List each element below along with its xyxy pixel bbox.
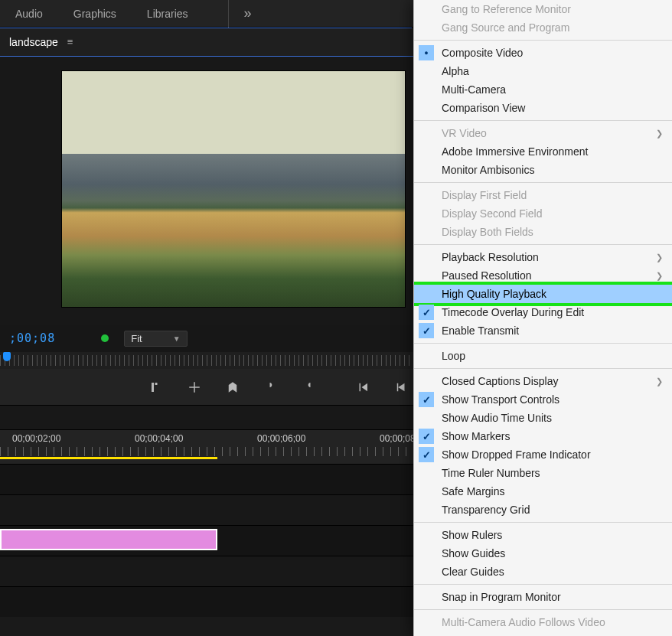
menu-item-loop[interactable]: Loop <box>414 347 672 365</box>
menu-item-transparency-grid[interactable]: Transparency Grid <box>414 501 672 519</box>
menu-item-label: Multi-Camera <box>442 83 506 96</box>
svg-rect-1 <box>155 383 158 385</box>
chevron-down-icon: ▼ <box>173 334 181 343</box>
add-marker-button[interactable] <box>148 379 165 396</box>
menu-item-paused-resolution[interactable]: Paused Resolution❯ <box>414 266 672 285</box>
menu-item-label: High Quality Playback <box>442 288 546 300</box>
ruler-label: 00;00;06;00 <box>257 433 305 444</box>
menu-item-show-markers[interactable]: Show Markers <box>414 427 672 445</box>
menu-item-timecode-overlay-during-edit[interactable]: Timecode Overlay During Edit <box>414 303 672 321</box>
menu-item-label: Playback Resolution <box>442 251 539 263</box>
menu-item-label: Comparison View <box>442 102 525 114</box>
menu-item-label: Show Markers <box>442 430 510 442</box>
submenu-arrow-icon: ❯ <box>656 129 663 139</box>
menu-item-label: Loop <box>442 350 465 362</box>
menu-item-gang-source-and-program: Gang Source and Program <box>414 18 672 37</box>
marker-icon-button[interactable] <box>224 379 241 396</box>
menu-audio[interactable]: Audio <box>0 8 58 20</box>
menu-separator <box>414 522 672 523</box>
menu-separator <box>414 182 672 183</box>
menu-item-show-transport-controls[interactable]: Show Transport Controls <box>414 390 672 409</box>
playhead-icon[interactable] <box>3 352 11 361</box>
menu-separator <box>414 609 672 610</box>
work-area-bar[interactable] <box>0 457 217 459</box>
menu-item-label: Adobe Immersive Environment <box>442 145 588 158</box>
svg-rect-0 <box>152 383 154 392</box>
current-timecode[interactable]: ;00;08 <box>9 331 55 345</box>
menu-item-label: Show Dropped Frame Indicator <box>442 448 591 461</box>
menu-item-label: Paused Resolution <box>442 269 532 282</box>
menu-item-show-rulers[interactable]: Show Rulers <box>414 526 672 544</box>
menu-libraries[interactable]: Libraries <box>132 8 204 20</box>
video-clip[interactable] <box>0 529 217 550</box>
menu-item-alpha[interactable]: Alpha <box>414 62 672 80</box>
menu-item-label: Show Guides <box>442 547 505 559</box>
menu-item-high-quality-playback[interactable]: High Quality Playback <box>414 285 672 303</box>
menu-item-display-second-field: Display Second Field <box>414 204 672 223</box>
checkmark-icon <box>419 429 434 444</box>
zoom-fit-select[interactable]: Fit ▼ <box>124 331 187 347</box>
checkmark-icon <box>419 447 434 462</box>
menu-item-label: Gang to Reference Monitor <box>442 3 571 15</box>
panel-title: landscape <box>9 36 58 48</box>
menu-divider <box>228 0 229 28</box>
menu-item-closed-captions-display[interactable]: Closed Captions Display❯ <box>414 372 672 390</box>
menu-item-multi-camera-audio-follows-video: Multi-Camera Audio Follows Video <box>414 613 672 631</box>
ruler-label: 00;00;04;00 <box>135 433 183 444</box>
menu-item-label: Composite Video <box>442 47 523 59</box>
menu-item-label: VR Video <box>442 127 487 139</box>
menu-item-show-dropped-frame-indicator[interactable]: Show Dropped Frame Indicator <box>414 445 672 464</box>
menu-item-display-both-fields: Display Both Fields <box>414 223 672 241</box>
menu-item-label: Display First Field <box>442 189 527 201</box>
ruler-label: 00;00;02;00 <box>12 433 60 444</box>
menu-separator <box>414 584 672 585</box>
menu-item-label: Display Both Fields <box>442 226 533 238</box>
submenu-arrow-icon: ❯ <box>656 271 663 281</box>
menu-item-comparison-view[interactable]: Comparison View <box>414 99 672 117</box>
menu-item-enable-transmit[interactable]: Enable Transmit <box>414 321 672 340</box>
menu-item-vr-video: VR Video❯ <box>414 124 672 142</box>
menu-item-monitor-ambisonics[interactable]: Monitor Ambisonics <box>414 161 672 179</box>
submenu-arrow-icon: ❯ <box>656 253 663 263</box>
mark-in-button[interactable] <box>263 379 279 396</box>
recording-indicator-icon <box>101 334 109 342</box>
menu-item-label: Snap in Program Monitor <box>442 591 561 603</box>
menu-item-label: Enable Transmit <box>442 325 519 337</box>
menu-item-safe-margins[interactable]: Safe Margins <box>414 482 672 501</box>
menu-item-show-audio-time-units[interactable]: Show Audio Time Units <box>414 409 672 427</box>
menu-item-gang-to-reference-monitor: Gang to Reference Monitor <box>414 0 672 18</box>
menu-item-multi-camera-selection-top-down: Multi-Camera Selection Top Down <box>414 631 672 636</box>
fit-label: Fit <box>131 333 142 344</box>
panel-menu-icon[interactable]: ≡ <box>67 37 73 47</box>
step-back-button[interactable] <box>393 379 409 396</box>
program-monitor-context-menu: Gang to Reference MonitorGang Source and… <box>413 0 672 636</box>
menu-item-label: Multi-Camera Audio Follows Video <box>442 616 605 628</box>
menu-item-label: Gang Source and Program <box>442 21 569 34</box>
menu-item-multi-camera[interactable]: Multi-Camera <box>414 80 672 99</box>
menu-separator <box>414 244 672 245</box>
menu-item-label: Closed Captions Display <box>442 375 559 387</box>
menu-item-clear-guides[interactable]: Clear Guides <box>414 563 672 581</box>
menu-graphics[interactable]: Graphics <box>58 8 132 20</box>
menu-item-label: Display Second Field <box>442 207 543 220</box>
menu-separator <box>414 120 672 121</box>
menu-item-label: Show Audio Time Units <box>442 412 552 424</box>
menu-item-label: Transparency Grid <box>442 504 530 516</box>
snap-button[interactable] <box>186 379 203 396</box>
menu-item-time-ruler-numbers[interactable]: Time Ruler Numbers <box>414 464 672 482</box>
video-preview[interactable] <box>61 70 406 308</box>
menu-item-label: Show Transport Controls <box>442 393 559 406</box>
go-to-in-button[interactable] <box>354 379 371 396</box>
menu-item-snap-in-program-monitor[interactable]: Snap in Program Monitor <box>414 588 672 606</box>
menu-item-composite-video[interactable]: Composite Video <box>414 44 672 62</box>
ruler-label: 00;00;08 <box>380 433 416 444</box>
menu-item-playback-resolution[interactable]: Playback Resolution❯ <box>414 248 672 266</box>
mark-out-button[interactable] <box>301 379 318 396</box>
menu-more-icon[interactable]: » <box>238 5 258 21</box>
radio-check-icon <box>419 45 434 60</box>
menu-item-adobe-immersive-environment[interactable]: Adobe Immersive Environment <box>414 142 672 161</box>
menu-separator <box>414 40 672 41</box>
menu-separator <box>414 368 672 369</box>
menu-item-show-guides[interactable]: Show Guides <box>414 544 672 563</box>
menu-item-label: Time Ruler Numbers <box>442 467 540 479</box>
